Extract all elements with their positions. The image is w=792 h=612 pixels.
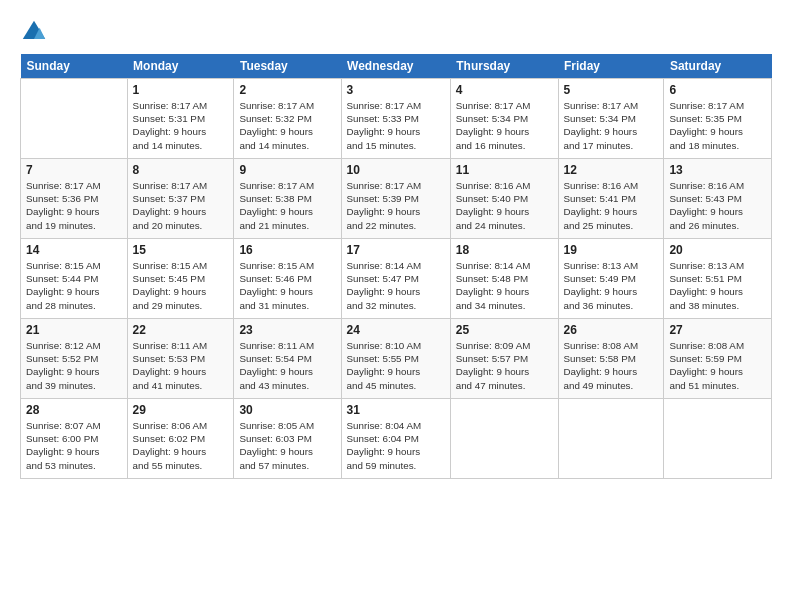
day-number: 31 (347, 403, 445, 417)
calendar-week-1: 1Sunrise: 8:17 AM Sunset: 5:31 PM Daylig… (21, 79, 772, 159)
day-number: 17 (347, 243, 445, 257)
calendar-cell: 16Sunrise: 8:15 AM Sunset: 5:46 PM Dayli… (234, 239, 341, 319)
calendar-cell: 17Sunrise: 8:14 AM Sunset: 5:47 PM Dayli… (341, 239, 450, 319)
calendar-cell: 12Sunrise: 8:16 AM Sunset: 5:41 PM Dayli… (558, 159, 664, 239)
calendar-cell: 15Sunrise: 8:15 AM Sunset: 5:45 PM Dayli… (127, 239, 234, 319)
day-info: Sunrise: 8:17 AM Sunset: 5:39 PM Dayligh… (347, 179, 445, 232)
day-info: Sunrise: 8:16 AM Sunset: 5:41 PM Dayligh… (564, 179, 659, 232)
calendar-cell: 27Sunrise: 8:08 AM Sunset: 5:59 PM Dayli… (664, 319, 772, 399)
calendar-cell: 26Sunrise: 8:08 AM Sunset: 5:58 PM Dayli… (558, 319, 664, 399)
day-info: Sunrise: 8:10 AM Sunset: 5:55 PM Dayligh… (347, 339, 445, 392)
day-number: 15 (133, 243, 229, 257)
day-info: Sunrise: 8:15 AM Sunset: 5:44 PM Dayligh… (26, 259, 122, 312)
day-info: Sunrise: 8:17 AM Sunset: 5:31 PM Dayligh… (133, 99, 229, 152)
day-number: 27 (669, 323, 766, 337)
day-number: 29 (133, 403, 229, 417)
calendar-cell: 4Sunrise: 8:17 AM Sunset: 5:34 PM Daylig… (450, 79, 558, 159)
calendar-cell: 24Sunrise: 8:10 AM Sunset: 5:55 PM Dayli… (341, 319, 450, 399)
col-header-tuesday: Tuesday (234, 54, 341, 79)
day-number: 14 (26, 243, 122, 257)
col-header-sunday: Sunday (21, 54, 128, 79)
day-number: 13 (669, 163, 766, 177)
page: SundayMondayTuesdayWednesdayThursdayFrid… (0, 0, 792, 612)
day-number: 23 (239, 323, 335, 337)
day-info: Sunrise: 8:11 AM Sunset: 5:54 PM Dayligh… (239, 339, 335, 392)
calendar-cell: 28Sunrise: 8:07 AM Sunset: 6:00 PM Dayli… (21, 399, 128, 479)
day-number: 12 (564, 163, 659, 177)
calendar-cell (21, 79, 128, 159)
day-number: 28 (26, 403, 122, 417)
day-info: Sunrise: 8:17 AM Sunset: 5:35 PM Dayligh… (669, 99, 766, 152)
day-number: 4 (456, 83, 553, 97)
day-number: 1 (133, 83, 229, 97)
calendar-cell: 6Sunrise: 8:17 AM Sunset: 5:35 PM Daylig… (664, 79, 772, 159)
calendar-cell: 23Sunrise: 8:11 AM Sunset: 5:54 PM Dayli… (234, 319, 341, 399)
day-info: Sunrise: 8:17 AM Sunset: 5:34 PM Dayligh… (456, 99, 553, 152)
calendar-cell: 21Sunrise: 8:12 AM Sunset: 5:52 PM Dayli… (21, 319, 128, 399)
day-number: 25 (456, 323, 553, 337)
logo-icon (20, 18, 48, 46)
day-number: 7 (26, 163, 122, 177)
calendar-cell: 25Sunrise: 8:09 AM Sunset: 5:57 PM Dayli… (450, 319, 558, 399)
day-number: 10 (347, 163, 445, 177)
day-number: 30 (239, 403, 335, 417)
day-info: Sunrise: 8:06 AM Sunset: 6:02 PM Dayligh… (133, 419, 229, 472)
day-info: Sunrise: 8:14 AM Sunset: 5:47 PM Dayligh… (347, 259, 445, 312)
day-number: 16 (239, 243, 335, 257)
col-header-friday: Friday (558, 54, 664, 79)
day-info: Sunrise: 8:17 AM Sunset: 5:34 PM Dayligh… (564, 99, 659, 152)
calendar-cell: 18Sunrise: 8:14 AM Sunset: 5:48 PM Dayli… (450, 239, 558, 319)
day-number: 6 (669, 83, 766, 97)
calendar-cell: 29Sunrise: 8:06 AM Sunset: 6:02 PM Dayli… (127, 399, 234, 479)
day-number: 21 (26, 323, 122, 337)
calendar-header-row: SundayMondayTuesdayWednesdayThursdayFrid… (21, 54, 772, 79)
calendar-cell: 2Sunrise: 8:17 AM Sunset: 5:32 PM Daylig… (234, 79, 341, 159)
day-info: Sunrise: 8:09 AM Sunset: 5:57 PM Dayligh… (456, 339, 553, 392)
logo (20, 18, 50, 46)
day-info: Sunrise: 8:07 AM Sunset: 6:00 PM Dayligh… (26, 419, 122, 472)
calendar-cell: 30Sunrise: 8:05 AM Sunset: 6:03 PM Dayli… (234, 399, 341, 479)
calendar-week-3: 14Sunrise: 8:15 AM Sunset: 5:44 PM Dayli… (21, 239, 772, 319)
calendar-week-2: 7Sunrise: 8:17 AM Sunset: 5:36 PM Daylig… (21, 159, 772, 239)
day-number: 24 (347, 323, 445, 337)
day-number: 9 (239, 163, 335, 177)
day-info: Sunrise: 8:13 AM Sunset: 5:51 PM Dayligh… (669, 259, 766, 312)
day-info: Sunrise: 8:17 AM Sunset: 5:33 PM Dayligh… (347, 99, 445, 152)
col-header-monday: Monday (127, 54, 234, 79)
day-number: 3 (347, 83, 445, 97)
calendar-cell: 10Sunrise: 8:17 AM Sunset: 5:39 PM Dayli… (341, 159, 450, 239)
calendar-cell (450, 399, 558, 479)
calendar-cell: 9Sunrise: 8:17 AM Sunset: 5:38 PM Daylig… (234, 159, 341, 239)
day-number: 26 (564, 323, 659, 337)
day-info: Sunrise: 8:17 AM Sunset: 5:38 PM Dayligh… (239, 179, 335, 232)
calendar-cell: 13Sunrise: 8:16 AM Sunset: 5:43 PM Dayli… (664, 159, 772, 239)
day-info: Sunrise: 8:16 AM Sunset: 5:40 PM Dayligh… (456, 179, 553, 232)
calendar-cell: 19Sunrise: 8:13 AM Sunset: 5:49 PM Dayli… (558, 239, 664, 319)
day-number: 5 (564, 83, 659, 97)
day-number: 2 (239, 83, 335, 97)
day-info: Sunrise: 8:17 AM Sunset: 5:32 PM Dayligh… (239, 99, 335, 152)
calendar-cell: 14Sunrise: 8:15 AM Sunset: 5:44 PM Dayli… (21, 239, 128, 319)
calendar-cell: 5Sunrise: 8:17 AM Sunset: 5:34 PM Daylig… (558, 79, 664, 159)
calendar-cell: 20Sunrise: 8:13 AM Sunset: 5:51 PM Dayli… (664, 239, 772, 319)
calendar-cell (558, 399, 664, 479)
day-info: Sunrise: 8:15 AM Sunset: 5:46 PM Dayligh… (239, 259, 335, 312)
calendar-cell: 3Sunrise: 8:17 AM Sunset: 5:33 PM Daylig… (341, 79, 450, 159)
day-info: Sunrise: 8:08 AM Sunset: 5:59 PM Dayligh… (669, 339, 766, 392)
day-info: Sunrise: 8:08 AM Sunset: 5:58 PM Dayligh… (564, 339, 659, 392)
col-header-wednesday: Wednesday (341, 54, 450, 79)
calendar-cell: 7Sunrise: 8:17 AM Sunset: 5:36 PM Daylig… (21, 159, 128, 239)
calendar-week-5: 28Sunrise: 8:07 AM Sunset: 6:00 PM Dayli… (21, 399, 772, 479)
day-info: Sunrise: 8:13 AM Sunset: 5:49 PM Dayligh… (564, 259, 659, 312)
day-number: 22 (133, 323, 229, 337)
day-info: Sunrise: 8:12 AM Sunset: 5:52 PM Dayligh… (26, 339, 122, 392)
day-info: Sunrise: 8:14 AM Sunset: 5:48 PM Dayligh… (456, 259, 553, 312)
header (20, 18, 772, 46)
day-info: Sunrise: 8:15 AM Sunset: 5:45 PM Dayligh… (133, 259, 229, 312)
day-info: Sunrise: 8:11 AM Sunset: 5:53 PM Dayligh… (133, 339, 229, 392)
calendar-cell: 11Sunrise: 8:16 AM Sunset: 5:40 PM Dayli… (450, 159, 558, 239)
calendar-cell: 31Sunrise: 8:04 AM Sunset: 6:04 PM Dayli… (341, 399, 450, 479)
day-number: 19 (564, 243, 659, 257)
day-info: Sunrise: 8:05 AM Sunset: 6:03 PM Dayligh… (239, 419, 335, 472)
day-number: 20 (669, 243, 766, 257)
